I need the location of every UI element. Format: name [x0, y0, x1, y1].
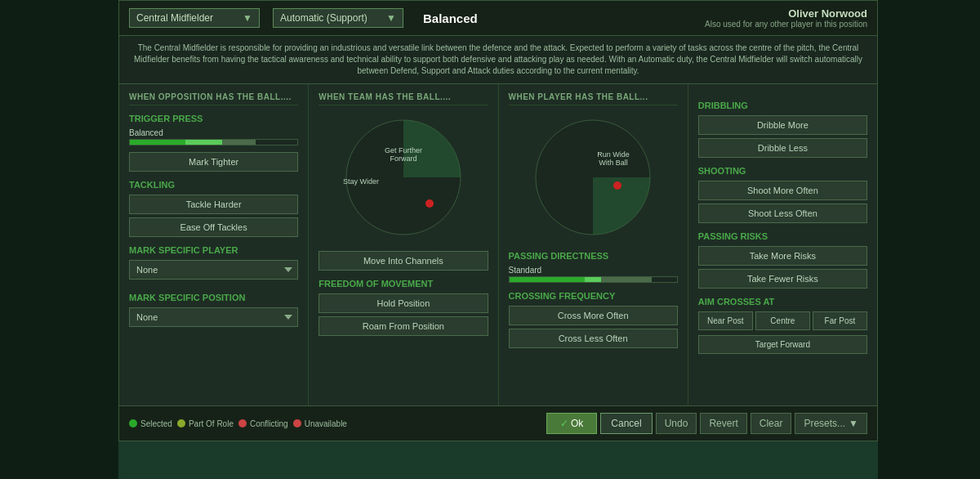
ok-button[interactable]: ✓ Ok — [546, 413, 598, 434]
move-into-channels-button[interactable]: Move Into Channels — [318, 251, 488, 271]
legend-selected: Selected — [129, 419, 172, 428]
centre-button[interactable]: Centre — [755, 311, 810, 330]
mark-specific-player-title: MARK SPECIFIC PLAYER — [129, 245, 298, 255]
modal-body: WHEN OPPOSITION HAS THE BALL.... TRIGGER… — [119, 84, 877, 405]
sidebar-panel — [0, 0, 118, 479]
tackle-harder-button[interactable]: Tackle Harder — [129, 195, 298, 214]
col3-header: WHEN PLAYER HAS THE BALL... — [509, 92, 678, 105]
footer-buttons: ✓ Ok Cancel Undo Revert Clear Presets...… — [546, 413, 867, 434]
ok-checkmark-icon: ✓ — [560, 418, 568, 429]
player-name: Oliver Norwood — [705, 7, 867, 20]
player-instructions-modal: Central Midfielder ▼ Automatic (Support)… — [118, 0, 878, 441]
legend-unavailable-dot — [293, 419, 301, 428]
clear-button[interactable]: Clear — [751, 413, 792, 434]
right-panel — [878, 0, 980, 479]
modal-footer: Selected Part Of Role Conflicting Unavai… — [119, 405, 877, 441]
passing-directness-title: PASSING DIRECTNESS — [509, 251, 678, 261]
svg-point-1 — [425, 199, 434, 208]
player-ball-svg: Run Wide With Ball — [528, 112, 658, 243]
player-info: Oliver Norwood Also used for any other p… — [705, 7, 867, 29]
far-post-button[interactable]: Far Post — [813, 311, 867, 330]
revert-button[interactable]: Revert — [700, 413, 746, 434]
freedom-of-movement-title: FREEDOM OF MOVEMENT — [318, 279, 488, 289]
passing-fill-3 — [601, 277, 652, 282]
position-label: Central Midfielder — [136, 12, 213, 24]
trigger-press-title: TRIGGER PRESS — [129, 114, 298, 123]
mark-tighter-button[interactable]: Mark Tighter — [129, 152, 298, 172]
passing-directness-label: Standard — [509, 266, 678, 275]
passing-fill-2 — [585, 277, 602, 282]
shooting-title: SHOOTING — [698, 166, 867, 176]
dribble-less-button[interactable]: Dribble Less — [698, 138, 867, 158]
presets-label: Presets... — [804, 418, 845, 429]
crossing-frequency-title: CROSSING FREQUENCY — [509, 291, 678, 301]
tackling-title: TACKLING — [129, 180, 298, 190]
col2-header: WHEN TEAM HAS THE BALL.... — [318, 92, 488, 105]
legend-conflicting-label: Conflicting — [250, 419, 288, 428]
legend-selected-dot — [129, 419, 137, 428]
presets-button[interactable]: Presets... ▼ — [795, 413, 867, 434]
team-ball-diagram: Get Further Forward Stay Wider — [338, 112, 469, 243]
aim-crosses-title: AIM CROSSES AT — [698, 297, 867, 307]
legend-unavailable: Unavailable — [293, 419, 347, 428]
legend-unavailable-label: Unavailable — [305, 419, 347, 428]
svg-text:Stay Wider: Stay Wider — [343, 177, 379, 186]
roam-from-position-button[interactable]: Roam From Position — [318, 316, 488, 336]
modal-description: The Central Midfielder is responsible fo… — [119, 36, 877, 84]
trigger-press-fill-3 — [222, 140, 256, 145]
col1-header: WHEN OPPOSITION HAS THE BALL.... — [129, 92, 298, 105]
svg-text:Forward: Forward — [390, 154, 416, 163]
svg-text:Run Wide: Run Wide — [597, 150, 630, 159]
column-team: WHEN TEAM HAS THE BALL.... Get Further F… — [309, 84, 498, 405]
duty-label: Automatic (Support) — [280, 12, 368, 24]
trigger-press-label: Balanced — [129, 128, 298, 137]
legend-conflicting: Conflicting — [238, 419, 288, 428]
passing-directness-bar-container: Standard — [509, 266, 678, 283]
mark-specific-position-title: MARK SPECIFIC POSITION — [129, 293, 298, 302]
svg-text:With Ball: With Ball — [599, 159, 628, 167]
aim-crosses-grid: Near Post Centre Far Post Target Forward — [698, 311, 867, 354]
column-opposition: WHEN OPPOSITION HAS THE BALL.... TRIGGER… — [119, 84, 309, 405]
cross-more-often-button[interactable]: Cross More Often — [509, 306, 678, 325]
duty-dropdown[interactable]: Automatic (Support) ▼ — [273, 8, 403, 28]
take-fewer-risks-button[interactable]: Take Fewer Risks — [698, 269, 867, 289]
legend-conflicting-dot — [238, 419, 247, 428]
legend-selected-label: Selected — [140, 419, 172, 428]
duty-dropdown-arrow: ▼ — [386, 12, 396, 24]
undo-button[interactable]: Undo — [656, 413, 697, 434]
ok-label: Ok — [571, 418, 583, 429]
passing-directness-bar — [509, 276, 678, 283]
near-post-button[interactable]: Near Post — [698, 311, 753, 330]
modal-header: Central Midfielder ▼ Automatic (Support)… — [119, 1, 877, 36]
legend-part-of-role: Part Of Role — [177, 419, 234, 428]
mark-specific-player-select[interactable]: None — [129, 260, 298, 280]
take-more-risks-button[interactable]: Take More Risks — [698, 246, 867, 266]
trigger-press-bar — [129, 139, 298, 145]
legend-part-label: Part Of Role — [189, 419, 234, 428]
mentality-label: Balanced — [423, 11, 478, 25]
trigger-press-fill-2 — [185, 140, 222, 145]
svg-text:Get Further: Get Further — [385, 146, 422, 154]
position-dropdown[interactable]: Central Midfielder ▼ — [129, 8, 260, 28]
player-sub-text: Also used for any other player in this p… — [705, 20, 867, 29]
column-player: WHEN PLAYER HAS THE BALL... Run Wide Wit… — [499, 84, 688, 405]
mark-specific-position-select[interactable]: None — [129, 307, 298, 327]
svg-point-6 — [613, 181, 621, 190]
passing-fill-1 — [510, 277, 585, 282]
ease-off-tackles-button[interactable]: Ease Off Tackles — [129, 217, 298, 237]
hold-position-button[interactable]: Hold Position — [318, 293, 488, 313]
cancel-button[interactable]: Cancel — [600, 413, 652, 434]
shoot-more-often-button[interactable]: Shoot More Often — [698, 181, 867, 200]
legend-part-dot — [177, 419, 185, 428]
target-forward-button[interactable]: Target Forward — [698, 335, 867, 354]
player-ball-diagram: Run Wide With Ball — [528, 112, 658, 243]
dribbling-title: DRIBBLING — [698, 101, 867, 110]
position-dropdown-arrow: ▼ — [243, 12, 252, 24]
dribble-more-button[interactable]: Dribble More — [698, 115, 867, 135]
team-ball-svg: Get Further Forward Stay Wider — [338, 112, 469, 243]
column-skills: DRIBBLING Dribble More Dribble Less SHOO… — [688, 84, 877, 405]
shoot-less-often-button[interactable]: Shoot Less Often — [698, 204, 867, 223]
passing-risks-title: PASSING RISKS — [698, 231, 867, 241]
trigger-press-bar-container: Balanced — [129, 128, 298, 145]
cross-less-often-button[interactable]: Cross Less Often — [509, 329, 678, 348]
